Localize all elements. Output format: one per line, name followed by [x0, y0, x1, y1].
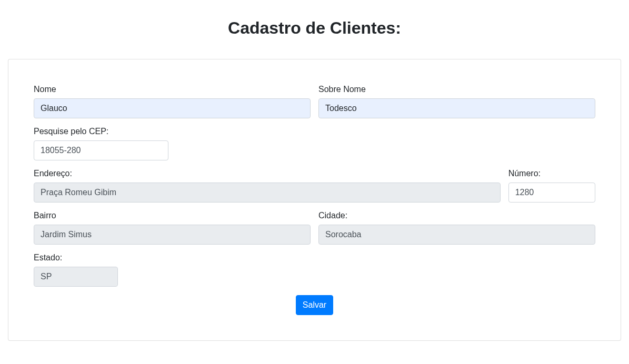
cidade-input[interactable] — [318, 225, 595, 245]
sobrenome-input[interactable] — [318, 98, 595, 118]
estado-input[interactable] — [34, 267, 118, 287]
nome-label: Nome — [34, 85, 56, 94]
cep-input[interactable] — [34, 140, 168, 160]
page-title: Cadastro de Clientes: — [0, 18, 629, 38]
endereco-input[interactable] — [34, 183, 501, 203]
numero-input[interactable] — [508, 183, 595, 203]
cliente-form: Nome Sobre Nome Pesquise pelo CEP: — [34, 85, 595, 315]
form-card: Nome Sobre Nome Pesquise pelo CEP: — [8, 59, 621, 341]
bairro-input[interactable] — [34, 225, 311, 245]
sobrenome-label: Sobre Nome — [318, 85, 366, 94]
numero-label: Número: — [508, 169, 541, 178]
cidade-label: Cidade: — [318, 211, 347, 220]
cep-label: Pesquise pelo CEP: — [34, 127, 108, 136]
endereco-label: Endereço: — [34, 169, 72, 178]
bairro-label: Bairro — [34, 211, 56, 220]
salvar-button[interactable]: Salvar — [296, 295, 333, 315]
nome-input[interactable] — [34, 98, 311, 118]
estado-label: Estado: — [34, 253, 62, 262]
